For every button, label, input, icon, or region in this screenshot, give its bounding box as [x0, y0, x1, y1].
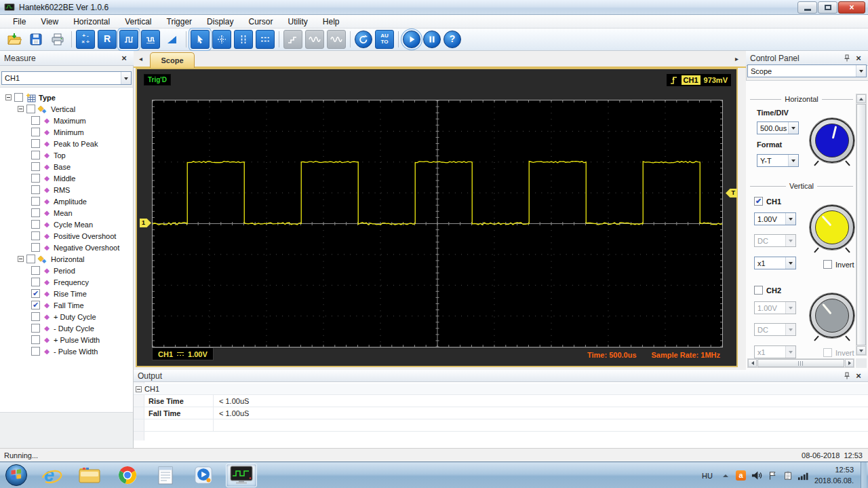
ch2-probe-select[interactable]: x1	[754, 345, 796, 358]
measure-item[interactable]: ◆Amplitude	[0, 195, 133, 207]
checkbox[interactable]	[31, 197, 40, 206]
toolbar-autoset-button[interactable]: AU TO	[375, 30, 394, 49]
tray-clock[interactable]: 12:53 2018.06.08.	[813, 465, 856, 487]
measure-item[interactable]: ◆+ Pulse Width	[0, 334, 133, 345]
checkbox[interactable]	[14, 93, 23, 102]
collapse-icon[interactable]	[18, 106, 24, 112]
toolbar-start-button[interactable]	[403, 31, 420, 48]
taskbar-media-player-icon[interactable]	[184, 462, 222, 488]
toolbar-waveform-square-2-button[interactable]	[141, 30, 160, 49]
tab-scroll-right-icon[interactable]: ▸	[732, 54, 742, 64]
taskbar-notepad-icon[interactable]	[146, 462, 184, 488]
ch2-volts-select[interactable]: 1.00V	[754, 301, 796, 314]
menu-help[interactable]: Help	[315, 16, 347, 28]
toolbar-self-calibration-button[interactable]: R	[98, 30, 117, 49]
toolbar-sine-wave-1-button[interactable]	[305, 30, 324, 49]
measure-item[interactable]: ✔◆Fall Time	[0, 299, 133, 311]
control-panel-vscrollbar[interactable]	[856, 94, 867, 356]
measure-item[interactable]: ◆+ Duty Cycle	[0, 311, 133, 322]
checkbox[interactable]	[31, 139, 40, 148]
checkbox[interactable]	[31, 128, 40, 136]
trigger-level-marker[interactable]: T	[726, 189, 737, 198]
measure-item[interactable]: ◆RMS	[0, 184, 133, 195]
collapse-icon[interactable]	[5, 94, 12, 100]
toolbar-print-button[interactable]	[48, 30, 67, 49]
control-mode-select[interactable]: Scope	[747, 64, 867, 77]
tab-scroll-left-icon[interactable]: ◂	[136, 54, 146, 64]
ch2-position-knob[interactable]	[810, 293, 854, 338]
ch1-invert-row[interactable]: Invert	[823, 260, 854, 269]
tree-root-type[interactable]: Type	[0, 92, 133, 103]
checkbox[interactable]	[31, 324, 40, 333]
scroll-down-icon[interactable]	[856, 346, 866, 355]
tray-avast-icon[interactable]: a	[735, 470, 747, 481]
measure-item[interactable]: ◆Top	[0, 149, 133, 161]
tray-network-icon[interactable]	[797, 470, 809, 481]
checkbox[interactable]	[26, 255, 35, 263]
checkbox[interactable]	[31, 335, 40, 344]
checkbox[interactable]	[31, 174, 40, 183]
checkbox[interactable]	[31, 312, 40, 321]
maximize-button[interactable]	[818, 1, 837, 14]
toolbar-pause-button[interactable]	[423, 31, 441, 48]
menu-display[interactable]: Display	[199, 16, 241, 28]
tray-volume-icon[interactable]	[751, 470, 762, 481]
tab-scope[interactable]: Scope	[150, 52, 195, 68]
tray-clipboard-icon[interactable]	[782, 470, 793, 481]
measure-item[interactable]: ◆Frequency	[0, 276, 133, 288]
tray-action-center-flag-icon[interactable]	[766, 470, 778, 481]
ch1-checkbox[interactable]: ✔	[754, 197, 763, 206]
measure-item[interactable]: ◆Negative Overshoot	[0, 242, 133, 253]
output-group-row[interactable]: CH1	[134, 383, 868, 395]
checkbox[interactable]	[31, 347, 40, 356]
measure-item[interactable]: ◆Minimum	[0, 126, 133, 138]
horizontal-knob[interactable]	[810, 118, 854, 163]
close-icon[interactable]: ×	[119, 54, 130, 63]
checkbox[interactable]	[31, 278, 40, 286]
ch2-invert-row[interactable]: Invert	[823, 348, 854, 357]
menu-cursor[interactable]: Cursor	[241, 16, 280, 28]
show-desktop-button[interactable]	[861, 462, 867, 488]
taskbar-chrome-icon[interactable]	[108, 462, 146, 488]
menu-file[interactable]: File	[5, 16, 33, 28]
ch1-enable-row[interactable]: ✔ CH1	[754, 197, 781, 206]
checkbox[interactable]	[31, 162, 40, 171]
control-panel-hscrollbar[interactable]	[747, 358, 854, 368]
toolbar-horizontal-cursor-button[interactable]	[256, 30, 275, 49]
ch1-position-marker[interactable]: 1	[140, 219, 151, 227]
checkbox[interactable]	[31, 231, 40, 240]
menu-horizontal[interactable]: Horizontal	[66, 16, 117, 28]
ch2-invert-checkbox[interactable]	[823, 348, 832, 357]
menu-trigger[interactable]: Trigger	[159, 16, 200, 28]
tray-language[interactable]: HU	[699, 472, 715, 480]
scroll-left-icon[interactable]	[748, 359, 757, 367]
taskbar-explorer-icon[interactable]	[71, 462, 108, 488]
pin-icon[interactable]	[842, 372, 852, 380]
checkbox[interactable]	[31, 208, 40, 217]
toolbar-grid-cursor-button[interactable]	[212, 30, 231, 49]
toolbar-vertical-cursor-button[interactable]	[234, 30, 253, 49]
time-div-select[interactable]: 500.0us	[757, 121, 799, 134]
ch1-invert-checkbox[interactable]	[823, 260, 832, 269]
measure-item[interactable]: ◆Period	[0, 265, 133, 276]
pin-icon[interactable]	[842, 54, 852, 62]
toolbar-cursor-select-button[interactable]	[191, 30, 210, 49]
measure-item[interactable]: ◆Cycle Mean	[0, 219, 133, 230]
toolbar-help-button[interactable]: ?	[443, 31, 461, 48]
scroll-up-icon[interactable]	[856, 94, 866, 103]
measure-item[interactable]: ◆Mean	[0, 207, 133, 219]
checkbox[interactable]	[31, 185, 40, 194]
tray-hidden-icons-icon[interactable]	[719, 470, 731, 481]
collapse-icon[interactable]	[136, 386, 142, 392]
checkbox[interactable]	[31, 116, 40, 125]
menu-view[interactable]: View	[33, 16, 66, 28]
measure-item[interactable]: ◆Base	[0, 161, 133, 172]
checkbox[interactable]: ✔	[31, 289, 40, 298]
checkbox[interactable]	[31, 151, 40, 159]
measure-item[interactable]: ◆- Duty Cycle	[0, 322, 133, 334]
minimize-button[interactable]	[797, 1, 817, 14]
toolbar-waveform-square-button[interactable]	[119, 30, 138, 49]
toolbar-refresh-button[interactable]	[355, 31, 372, 48]
measure-item[interactable]: ✔◆Rise Time	[0, 288, 133, 299]
ch2-coupling-select[interactable]: DC	[754, 323, 796, 336]
